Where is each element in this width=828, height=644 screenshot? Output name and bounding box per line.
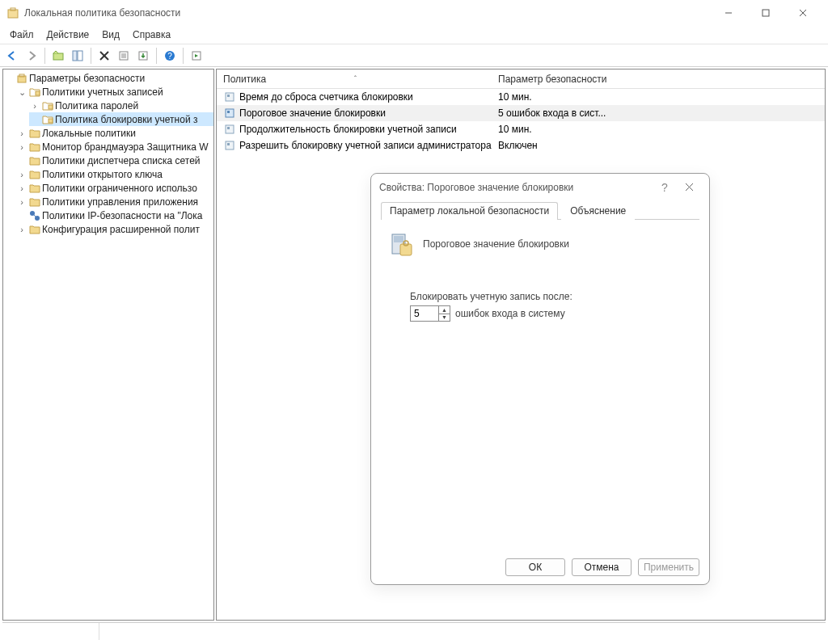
collapse-icon[interactable]: ⌄ — [16, 85, 27, 99]
folder-icon — [29, 128, 40, 139]
expand-icon[interactable]: › — [16, 167, 27, 182]
window-controls — [710, 1, 822, 25]
list-header: Политика ˆ Параметр безопасности — [217, 69, 825, 89]
window-title: Локальная политика безопасности — [24, 7, 710, 19]
dialog-buttons: ОК Отмена Применить — [505, 558, 699, 576]
tree-local-policies[interactable]: ›Локальные политики — [16, 126, 213, 140]
menu-view[interactable]: Вид — [102, 29, 120, 40]
maximize-button[interactable] — [747, 1, 784, 25]
svg-text:?: ? — [167, 52, 172, 61]
cancel-button[interactable]: Отмена — [572, 558, 632, 576]
export-button[interactable] — [134, 47, 152, 65]
expand-icon[interactable]: › — [16, 222, 27, 237]
status-cell — [2, 623, 99, 640]
close-button[interactable] — [784, 1, 822, 25]
toolbar-separator — [44, 48, 45, 64]
tree-lockout-policy[interactable]: Политика блокировки учетной з — [29, 112, 213, 126]
cell-param: 10 мин. — [498, 124, 532, 135]
tab-explanation[interactable]: Объяснение — [561, 202, 635, 220]
tree-account-policies[interactable]: ⌄ Политики учетных записей — [16, 85, 213, 99]
menu-help[interactable]: Справка — [133, 29, 171, 40]
lockout-setting: Блокировать учетную запись после: ▲ ▼ ош… — [410, 291, 695, 322]
properties-button[interactable] — [115, 47, 133, 65]
svg-rect-7 — [73, 51, 77, 61]
expand-icon[interactable]: › — [16, 181, 27, 196]
folder-icon — [42, 100, 53, 112]
tree-app-control[interactable]: ›Политики управления приложения — [16, 195, 213, 208]
column-label: Параметр безопасности — [498, 74, 607, 85]
tree-ipsec[interactable]: Политики IP-безопасности на "Лока — [16, 208, 213, 222]
status-cell — [99, 623, 826, 640]
spinner-up-icon[interactable]: ▲ — [439, 306, 450, 314]
tree-label: Монитор брандмауэра Защитника W — [42, 140, 209, 154]
tree-nlm[interactable]: Политики диспетчера списка сетей — [16, 154, 213, 167]
back-button[interactable] — [3, 47, 21, 65]
policy-icon — [223, 90, 236, 103]
help-button[interactable]: ? — [161, 47, 179, 65]
svg-rect-28 — [227, 95, 230, 97]
refresh-button[interactable] — [188, 47, 205, 65]
tree-root[interactable]: Параметры безопасности — [3, 71, 213, 85]
apply-button[interactable]: Применить — [638, 558, 699, 576]
cell-policy: Время до сброса счетчика блокировки — [239, 91, 413, 103]
tree-label: Политика блокировки учетной з — [55, 112, 197, 127]
tree-advanced-audit[interactable]: ›Конфигурация расширенной полит — [16, 222, 213, 236]
policy-icon — [223, 107, 236, 120]
svg-rect-6 — [53, 53, 63, 60]
expand-icon[interactable]: › — [16, 195, 27, 209]
tree-label: Политики диспетчера списка сетей — [42, 154, 201, 168]
security-settings-icon — [16, 73, 27, 84]
tree-label: Конфигурация расширенной полит — [42, 222, 200, 237]
show-hide-tree-button[interactable] — [69, 47, 87, 65]
tab-local-security[interactable]: Параметр локальной безопасности — [381, 202, 558, 220]
svg-rect-8 — [78, 51, 82, 61]
list-row[interactable]: Время до сброса счетчика блокировки 10 м… — [217, 89, 825, 105]
policy-header-icon — [386, 229, 415, 259]
spinner-down-icon[interactable]: ▼ — [439, 314, 450, 322]
tree-firewall[interactable]: ›Монитор брандмауэра Защитника W — [16, 140, 213, 154]
tree-label: Локальные политики — [42, 126, 136, 141]
toolbar-separator — [183, 48, 184, 64]
forward-button[interactable] — [23, 47, 40, 65]
tree-public-key[interactable]: ›Политики открытого ключа — [16, 167, 213, 181]
menu-action[interactable]: Действие — [47, 29, 90, 40]
column-header-param[interactable]: Параметр безопасности — [492, 74, 825, 85]
dialog-close-button[interactable] — [677, 181, 701, 194]
tree-software-restrict[interactable]: ›Политики ограниченного использо — [16, 181, 213, 195]
list-row[interactable]: Разрешить блокировку учетной записи адми… — [217, 137, 825, 154]
menu-file[interactable]: Файл — [10, 29, 34, 40]
expand-icon[interactable]: › — [16, 126, 27, 141]
tree-label: Политики управления приложения — [42, 195, 198, 209]
dialog-title: Свойства: Пороговое значение блокировки — [379, 182, 653, 193]
up-button[interactable] — [49, 47, 67, 65]
policy-header: Пороговое значение блокировки — [386, 229, 695, 259]
tree-password-policy[interactable]: › Политика паролей — [29, 99, 213, 112]
statusbar — [2, 622, 826, 640]
tree-label: Параметры безопасности — [29, 71, 145, 86]
lockout-unit-label: ошибок входа в систему — [455, 308, 565, 319]
expand-icon[interactable]: › — [16, 140, 27, 154]
lockout-value-spinner[interactable]: ▲ ▼ — [410, 305, 450, 322]
lockout-value-input[interactable] — [411, 306, 438, 321]
folder-icon — [29, 196, 40, 208]
dialog-tabs: Параметр локальной безопасности Объяснен… — [381, 201, 699, 220]
delete-button[interactable] — [95, 47, 113, 65]
list-row[interactable]: Пороговое значение блокировки 5 ошибок в… — [217, 105, 825, 121]
cell-policy: Продолжительность блокировки учетной зап… — [239, 124, 457, 135]
column-header-policy[interactable]: Политика ˆ — [217, 74, 492, 85]
minimize-button[interactable] — [710, 1, 747, 25]
svg-rect-32 — [227, 127, 230, 129]
dialog-body: Параметр локальной безопасности Объяснен… — [371, 201, 709, 547]
list-row[interactable]: Продолжительность блокировки учетной зап… — [217, 121, 825, 137]
lockout-label: Блокировать учетную запись после: — [410, 291, 695, 302]
toolbar-separator — [91, 48, 91, 64]
dialog-titlebar[interactable]: Свойства: Пороговое значение блокировки … — [371, 174, 709, 201]
ok-button[interactable]: ОК — [505, 558, 565, 576]
list-body: Время до сброса счетчика блокировки 10 м… — [217, 89, 825, 154]
expand-icon[interactable]: › — [29, 99, 40, 113]
dialog-help-button[interactable]: ? — [653, 181, 677, 194]
tree-label: Политики учетных записей — [42, 85, 163, 99]
tree-panel: Параметры безопасности ⌄ Политики учетны… — [2, 69, 214, 621]
cell-policy: Разрешить блокировку учетной записи адми… — [239, 140, 492, 151]
policy-icon — [223, 139, 236, 152]
